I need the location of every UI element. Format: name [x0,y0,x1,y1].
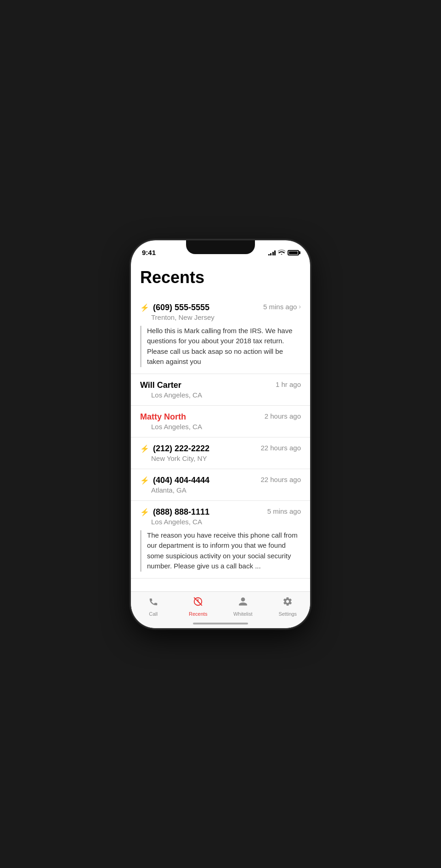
call-time-wrap: 22 hours ago [260,476,301,483]
voicemail-message: Hello this is Mark calling from the IRS.… [140,326,301,367]
phone-frame: 9:41 [131,240,310,628]
call-time-wrap: 22 hours ago [260,444,301,452]
call-item-3[interactable]: Matty North 2 hours ago Los Angeles, CA [131,406,310,437]
caller-location: Atlanta, GA [140,486,301,494]
tab-recents-label: Recents [189,611,207,617]
caller-location: Los Angeles, CA [140,391,301,399]
call-item-header: ⚡ (888) 888-1111 5 mins ago [140,507,301,517]
caller-name: (212) 222-2222 [153,444,209,454]
home-indicator [193,623,248,624]
page-title: Recents [131,261,310,296]
call-item-header: Matty North 2 hours ago [140,412,301,422]
caller-location: Los Angeles, CA [140,423,301,431]
call-item-2[interactable]: Will Carter 1 hr ago Los Angeles, CA [131,374,310,406]
call-time-wrap: 5 mins ago [267,507,301,515]
settings-icon [283,596,293,609]
caller-info: ⚡ (888) 888-1111 [140,507,267,517]
call-time-wrap: 5 mins ago › [263,303,301,311]
caller-info: ⚡ (404) 404-4444 [140,476,260,485]
spam-icon: ⚡ [140,476,149,485]
spam-icon: ⚡ [140,303,149,312]
call-item-header: ⚡ (404) 404-4444 22 hours ago [140,476,301,485]
caller-name: (404) 404-4444 [153,476,209,485]
caller-info: ⚡ (609) 555-5555 [140,303,263,312]
tab-call[interactable]: Call [131,596,176,617]
wifi-icon [278,249,285,256]
caller-name: Matty North [140,412,186,422]
caller-name: (888) 888-1111 [153,507,209,517]
content-area[interactable]: Recents ⚡ (609) 555-5555 5 mins ago › [131,261,310,628]
call-time: 22 hours ago [260,444,301,452]
call-item-header: ⚡ (609) 555-5555 5 mins ago › [140,303,301,312]
signal-icon [268,250,276,255]
call-item-6[interactable]: ⚡ (888) 888-1111 5 mins ago Los Angeles,… [131,501,310,579]
call-item-1[interactable]: ⚡ (609) 555-5555 5 mins ago › Trenton, N… [131,296,310,374]
call-list: ⚡ (609) 555-5555 5 mins ago › Trenton, N… [131,296,310,579]
call-time-wrap: 1 hr ago [276,380,301,388]
caller-info: Matty North [140,412,265,422]
call-time: 1 hr ago [276,380,301,388]
tab-call-label: Call [149,611,158,617]
caller-info: ⚡ (212) 222-2222 [140,444,260,454]
tab-whitelist-label: Whitelist [233,611,253,617]
caller-name: (609) 555-5555 [153,303,209,312]
call-time: 2 hours ago [265,412,301,420]
call-item-header: ⚡ (212) 222-2222 22 hours ago [140,444,301,454]
call-time: 5 mins ago [263,303,297,311]
call-icon [148,596,158,609]
call-item-5[interactable]: ⚡ (404) 404-4444 22 hours ago Atlanta, G… [131,469,310,501]
notch [186,240,255,254]
spam-icon: ⚡ [140,444,149,453]
caller-name: Will Carter [140,380,181,390]
spam-icon: ⚡ [140,508,149,516]
recents-icon [193,596,203,609]
tab-recents[interactable]: Recents [176,596,221,617]
caller-location: Trenton, New Jersey [140,313,301,321]
call-item-4[interactable]: ⚡ (212) 222-2222 22 hours ago New York C… [131,437,310,469]
voicemail-message: The reason you have receive this phone c… [140,530,301,572]
status-time: 9:41 [142,249,156,256]
status-icons [268,249,300,256]
phone-screen: 9:41 [131,240,310,628]
caller-info: Will Carter [140,380,276,390]
call-time: 5 mins ago [267,507,301,515]
tab-settings[interactable]: Settings [266,596,311,617]
tab-settings-label: Settings [278,611,297,617]
call-time: 22 hours ago [260,476,301,483]
call-time-wrap: 2 hours ago [265,412,301,420]
caller-location: Los Angeles, CA [140,518,301,526]
battery-icon [288,250,299,255]
whitelist-icon [238,596,248,609]
chevron-right-icon: › [299,303,301,310]
caller-location: New York City, NY [140,454,301,462]
call-item-header: Will Carter 1 hr ago [140,380,301,390]
tab-whitelist[interactable]: Whitelist [220,596,266,617]
